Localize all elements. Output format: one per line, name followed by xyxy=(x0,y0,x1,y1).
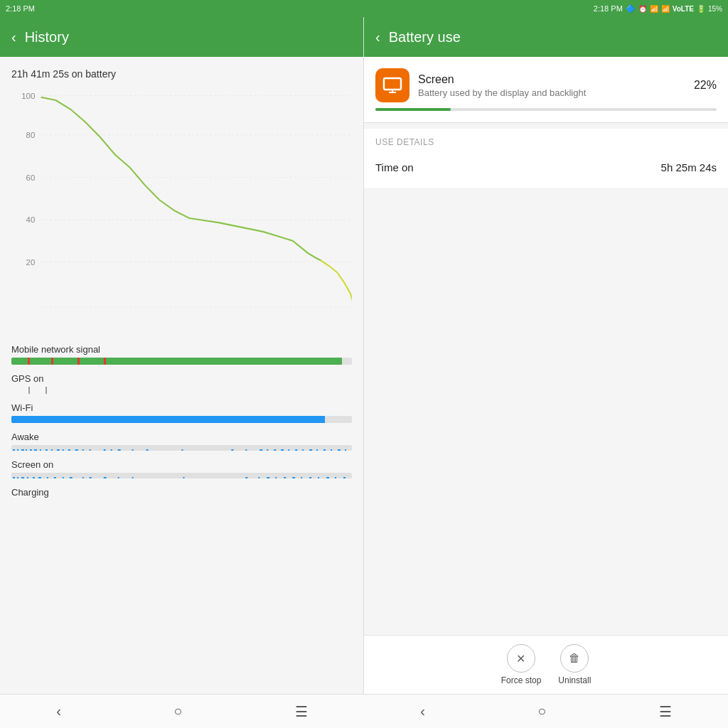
use-details-label: USE DETAILS xyxy=(375,137,717,147)
svg-rect-74 xyxy=(343,477,346,478)
svg-rect-28 xyxy=(118,449,121,451)
svg-rect-70 xyxy=(309,477,311,478)
right-back-nav[interactable]: ‹ xyxy=(414,697,431,725)
svg-rect-37 xyxy=(281,449,284,451)
wifi-fill xyxy=(11,416,325,423)
force-stop-button[interactable]: ✕ Force stop xyxy=(501,644,542,685)
svg-rect-26 xyxy=(104,449,106,451)
screen-description: Battery used by the display and backligh… xyxy=(418,87,685,98)
svg-rect-18 xyxy=(46,449,48,451)
battery-use-content: Screen Battery used by the display and b… xyxy=(364,57,728,635)
svg-rect-47 xyxy=(13,477,15,478)
bluetooth-icon: 🔷 xyxy=(626,4,636,14)
svg-rect-13 xyxy=(21,449,24,451)
left-home-nav[interactable]: ○ xyxy=(168,697,188,725)
left-back-nav[interactable]: ‹ xyxy=(50,697,67,725)
svg-rect-27 xyxy=(111,449,112,451)
svg-rect-21 xyxy=(63,449,64,451)
svg-rect-24 xyxy=(82,449,84,451)
charging-label: Charging xyxy=(11,487,352,498)
svg-rect-71 xyxy=(318,477,319,478)
svg-rect-49 xyxy=(21,477,24,478)
svg-rect-66 xyxy=(275,477,277,478)
signal-tick-4 xyxy=(104,358,106,365)
wifi-bar xyxy=(11,416,352,423)
screen-header: Screen Battery used by the display and b… xyxy=(375,68,717,102)
svg-rect-35 xyxy=(267,449,268,451)
signal-tick-3 xyxy=(77,358,80,365)
history-back-button[interactable]: ‹ xyxy=(11,29,16,46)
time-right: 2:18 PM xyxy=(594,4,623,13)
battery-percent: 15% xyxy=(708,5,722,13)
nav-bars: ‹ ○ ☰ ‹ ○ ☰ xyxy=(0,694,728,728)
svg-rect-53 xyxy=(47,477,48,478)
time-on-row: Time on 5h 25m 24s xyxy=(375,156,717,179)
svg-rect-54 xyxy=(54,477,56,478)
svg-rect-17 xyxy=(40,449,41,451)
battery-use-back-button[interactable]: ‹ xyxy=(375,29,380,46)
signal-tick-1 xyxy=(28,358,30,365)
battery-progress-bar xyxy=(375,108,717,111)
left-menu-nav[interactable]: ☰ xyxy=(289,697,314,726)
time-on-value: 5h 25m 24s xyxy=(661,161,717,173)
svg-rect-33 xyxy=(245,449,247,451)
svg-rect-57 xyxy=(82,477,84,478)
signal-tick-2 xyxy=(51,358,53,365)
right-home-nav[interactable]: ○ xyxy=(532,697,552,725)
svg-rect-34 xyxy=(259,449,262,451)
svg-rect-36 xyxy=(274,449,276,451)
wifi-label: Wi-Fi xyxy=(11,402,352,413)
bottom-action-bar: ✕ Force stop 🗑 Uninstall xyxy=(364,635,728,694)
svg-rect-25 xyxy=(90,449,91,451)
svg-rect-64 xyxy=(258,477,259,478)
svg-text:60: 60 xyxy=(26,173,36,182)
screen-on-label: Screen on xyxy=(11,459,352,470)
svg-rect-59 xyxy=(104,477,107,478)
svg-rect-58 xyxy=(90,477,92,478)
volte-label: VoLTE xyxy=(673,5,694,13)
svg-rect-42 xyxy=(316,449,318,451)
svg-rect-45 xyxy=(338,449,341,451)
svg-rect-19 xyxy=(51,449,53,451)
svg-rect-22 xyxy=(68,449,70,451)
svg-text:20: 20 xyxy=(26,258,36,267)
svg-rect-14 xyxy=(26,449,27,451)
svg-rect-52 xyxy=(38,477,41,478)
svg-rect-15 xyxy=(30,449,32,451)
gps-tick-1 xyxy=(28,387,30,394)
left-panel: ‹ History 21h 41m 25s on battery 100 80 xyxy=(0,17,364,694)
signal-sections: Mobile network signal GPS on Wi-Fi xyxy=(11,344,352,509)
svg-rect-16 xyxy=(34,449,37,451)
alarm-icon: ⏰ xyxy=(638,5,647,13)
battery-duration: 21h 41m 25s on battery xyxy=(11,68,352,80)
gps-bar xyxy=(11,387,352,394)
screen-info: Screen Battery used by the display and b… xyxy=(418,73,685,98)
svg-text:40: 40 xyxy=(26,215,36,224)
time-on-key: Time on xyxy=(375,161,414,173)
svg-rect-40 xyxy=(302,449,304,451)
svg-rect-72 xyxy=(326,477,329,478)
svg-rect-39 xyxy=(295,449,297,451)
svg-rect-43 xyxy=(323,449,326,451)
awake-label: Awake xyxy=(11,432,352,442)
svg-rect-46 xyxy=(345,449,346,451)
svg-rect-73 xyxy=(335,477,336,478)
svg-rect-61 xyxy=(132,477,134,478)
status-bar-left: 2:18 PM xyxy=(0,0,364,17)
force-stop-label: Force stop xyxy=(501,675,542,685)
svg-rect-60 xyxy=(118,477,119,478)
right-menu-nav[interactable]: ☰ xyxy=(653,697,678,726)
svg-rect-68 xyxy=(292,477,295,478)
svg-rect-55 xyxy=(63,477,64,478)
svg-rect-67 xyxy=(284,477,286,478)
use-details-section: USE DETAILS Time on 5h 25m 24s xyxy=(364,129,728,188)
screen-detail-card: Screen Battery used by the display and b… xyxy=(364,57,728,123)
battery-progress-fill xyxy=(375,108,451,111)
history-content: 21h 41m 25s on battery 100 80 60 40 2 xyxy=(0,57,363,694)
svg-rect-75 xyxy=(384,78,401,90)
uninstall-button[interactable]: 🗑 Uninstall xyxy=(558,644,591,685)
svg-rect-20 xyxy=(57,449,60,451)
screen-on-bar xyxy=(11,473,352,478)
uninstall-icon: 🗑 xyxy=(560,644,589,673)
svg-rect-63 xyxy=(245,477,247,478)
